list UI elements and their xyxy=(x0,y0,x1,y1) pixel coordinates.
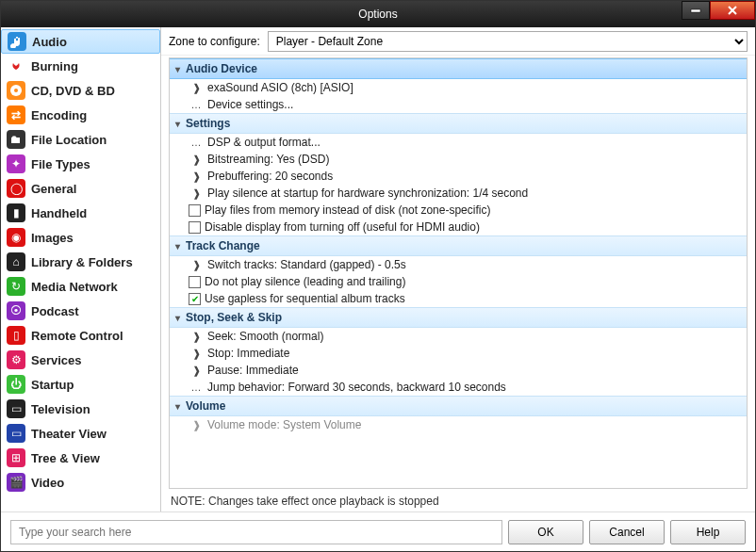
group-track-change[interactable]: ▾ Track Change xyxy=(170,235,747,256)
sidebar-item-label: Remote Control xyxy=(31,329,123,343)
sidebar-item-theater-view[interactable]: ▭ Theater View xyxy=(1,421,160,446)
television-icon: ▭ xyxy=(7,399,25,418)
row-do-not-play-silence[interactable]: Do not play silence (leading and trailin… xyxy=(170,273,747,290)
sidebar-item-services[interactable]: ⚙ Services xyxy=(1,348,160,372)
sidebar-item-label: File Types xyxy=(31,157,90,171)
help-button[interactable]: Help xyxy=(670,520,746,544)
ok-button[interactable]: OK xyxy=(508,520,583,544)
chevron-down-icon: ❱ xyxy=(189,259,204,271)
window-controls xyxy=(682,1,755,20)
row-device-settings[interactable]: …Device settings... xyxy=(170,96,747,113)
sidebar-item-television[interactable]: ▭ Television xyxy=(1,397,160,421)
sidebar-item-audio[interactable]: Audio xyxy=(1,29,160,54)
ellipsis-icon: … xyxy=(189,137,204,148)
sidebar-item-startup[interactable]: ⏻ Startup xyxy=(1,372,160,397)
sidebar-item-label: Tree & View xyxy=(31,451,100,465)
sidebar-item-library-folders[interactable]: ⌂ Library & Folders xyxy=(1,250,160,274)
sidebar-item-label: General xyxy=(31,182,76,196)
sidebar-item-label: Media Network xyxy=(31,280,118,294)
video-icon: 🎬 xyxy=(7,473,25,492)
sidebar-item-label: Encoding xyxy=(31,108,87,122)
ellipsis-icon: … xyxy=(189,382,204,393)
chevron-down-icon: ❱ xyxy=(189,187,204,200)
search-input[interactable] xyxy=(10,520,502,544)
handheld-icon: ▮ xyxy=(7,203,25,222)
sidebar-item-cd-dvd-bd[interactable]: CD, DVD & BD xyxy=(1,78,160,103)
sidebar-item-label: Startup xyxy=(31,378,74,392)
disc-icon xyxy=(7,81,25,100)
audio-icon xyxy=(8,32,26,51)
close-button[interactable] xyxy=(710,1,755,20)
row-switch-tracks[interactable]: ❱Switch tracks: Standard (gapped) - 0.5s xyxy=(170,256,747,273)
library-icon: ⌂ xyxy=(7,252,25,271)
checkbox-unchecked[interactable] xyxy=(189,221,201,234)
row-audio-device-value[interactable]: ❱exaSound ASIO (8ch) [ASIO] xyxy=(170,79,747,96)
checkbox-checked[interactable]: ✔ xyxy=(189,293,201,305)
sidebar-item-label: Audio xyxy=(32,35,67,49)
sidebar-item-remote-control[interactable]: ▯ Remote Control xyxy=(1,323,160,348)
sidebar-item-label: File Location xyxy=(31,133,107,147)
images-icon: ◉ xyxy=(7,228,25,247)
zone-configure-label: Zone to configure: xyxy=(169,35,260,48)
row-disable-display[interactable]: Disable display from turning off (useful… xyxy=(170,219,747,235)
sidebar-item-file-location[interactable]: 🖿 File Location xyxy=(1,127,160,152)
sidebar-item-label: Burning xyxy=(31,59,78,73)
group-volume[interactable]: ▾ Volume xyxy=(170,396,747,416)
podcast-icon: ⦿ xyxy=(7,301,25,320)
sidebar-item-file-types[interactable]: ✦ File Types xyxy=(1,152,160,176)
row-play-silence-startup[interactable]: ❱Play silence at startup for hardware sy… xyxy=(170,185,747,202)
settings-tree[interactable]: ▾ Audio Device ❱exaSound ASIO (8ch) [ASI… xyxy=(169,57,748,489)
row-use-gapless[interactable]: ✔Use gapless for sequential album tracks xyxy=(170,290,747,307)
sidebar-item-burning[interactable]: Burning xyxy=(1,54,160,78)
sidebar-item-label: Television xyxy=(31,402,90,416)
options-window: Options Audio Burning CD, DVD & BD xyxy=(0,0,756,552)
sidebar-item-label: Handheld xyxy=(31,206,87,220)
row-bitstreaming[interactable]: ❱Bitstreaming: Yes (DSD) xyxy=(170,151,747,168)
chevron-down-icon: ❱ xyxy=(189,170,204,183)
file-types-icon: ✦ xyxy=(7,154,25,173)
media-network-icon: ↻ xyxy=(7,277,25,296)
sidebar-item-label: Library & Folders xyxy=(31,255,133,269)
row-dsp-output[interactable]: …DSP & output format... xyxy=(170,134,747,151)
window-title: Options xyxy=(358,8,397,21)
checkbox-unchecked[interactable] xyxy=(189,276,201,288)
sidebar-item-podcast[interactable]: ⦿ Podcast xyxy=(1,299,160,323)
row-stop[interactable]: ❱Stop: Immediate xyxy=(170,345,747,362)
sidebar-item-video[interactable]: 🎬 Video xyxy=(1,470,160,495)
chevron-down-icon: ❱ xyxy=(189,154,204,166)
row-seek[interactable]: ❱Seek: Smooth (normal) xyxy=(170,328,747,345)
ellipsis-icon: … xyxy=(189,99,204,110)
minimize-button[interactable] xyxy=(682,1,710,20)
sidebar-item-encoding[interactable]: ⇄ Encoding xyxy=(1,103,160,127)
chevron-down-icon: ❱ xyxy=(189,365,204,377)
group-audio-device[interactable]: ▾ Audio Device xyxy=(170,58,747,79)
sidebar-item-general[interactable]: ◯ General xyxy=(1,176,160,201)
window-body: Audio Burning CD, DVD & BD ⇄ Encoding 🖿 … xyxy=(1,27,755,511)
group-settings[interactable]: ▾ Settings xyxy=(170,113,747,134)
general-icon: ◯ xyxy=(7,179,25,198)
cancel-button[interactable]: Cancel xyxy=(589,520,665,544)
sidebar-item-images[interactable]: ◉ Images xyxy=(1,225,160,250)
zone-configure-row: Zone to configure: Player - Default Zone xyxy=(161,27,755,56)
chevron-down-icon: ❱ xyxy=(189,419,204,431)
row-pause[interactable]: ❱Pause: Immediate xyxy=(170,362,747,379)
svg-rect-0 xyxy=(691,9,700,12)
row-volume-mode[interactable]: ❱Volume mode: System Volume xyxy=(170,416,747,433)
sidebar-item-label: Podcast xyxy=(31,304,79,318)
group-stop-seek-skip[interactable]: ▾ Stop, Seek & Skip xyxy=(170,307,747,328)
sidebar-item-handheld[interactable]: ▮ Handheld xyxy=(1,201,160,225)
sidebar-item-label: Video xyxy=(31,476,64,490)
checkbox-unchecked[interactable] xyxy=(189,204,201,217)
chevron-down-icon: ❱ xyxy=(189,331,204,343)
note-text: NOTE: Changes take effect once playback … xyxy=(161,491,755,511)
zone-select[interactable]: Player - Default Zone xyxy=(268,31,748,52)
row-prebuffering[interactable]: ❱Prebuffering: 20 seconds xyxy=(170,168,747,185)
chevron-down-icon: ❱ xyxy=(189,348,204,360)
row-jump-behavior[interactable]: …Jump behavior: Forward 30 seconds, back… xyxy=(170,379,747,396)
sidebar-item-tree-view[interactable]: ⊞ Tree & View xyxy=(1,446,160,470)
sidebar-item-label: Images xyxy=(31,231,74,245)
row-play-from-memory[interactable]: Play files from memory instead of disk (… xyxy=(170,202,747,219)
services-icon: ⚙ xyxy=(7,350,25,369)
category-sidebar: Audio Burning CD, DVD & BD ⇄ Encoding 🖿 … xyxy=(1,27,161,511)
sidebar-item-media-network[interactable]: ↻ Media Network xyxy=(1,274,160,299)
